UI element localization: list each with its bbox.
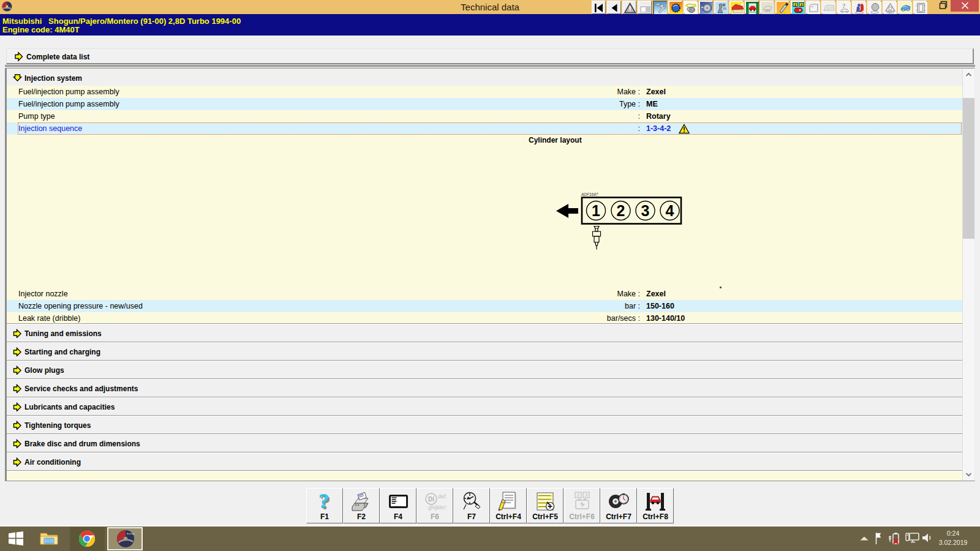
svg-text:ADF1687: ADF1687 xyxy=(581,192,598,197)
svg-text:3: 3 xyxy=(801,3,802,7)
svg-text:3: 3 xyxy=(641,202,650,219)
svg-text:2: 2 xyxy=(577,492,580,498)
svg-text:3: 3 xyxy=(585,492,588,498)
svg-text:4: 4 xyxy=(666,202,674,219)
svg-text:def: def xyxy=(438,493,446,500)
svg-text:1: 1 xyxy=(592,202,600,219)
svg-text:ghijklm’: ghijklm’ xyxy=(428,504,447,511)
svg-text:?: ? xyxy=(319,491,330,512)
svg-text:2: 2 xyxy=(794,3,796,7)
svg-text:ABS: ABS xyxy=(888,11,893,13)
svg-text:Autodata: Autodata xyxy=(127,532,135,535)
svg-text:CPS: CPS xyxy=(764,10,770,13)
svg-text:?: ? xyxy=(842,2,846,9)
svg-text:Di: Di xyxy=(428,496,434,503)
svg-text:2: 2 xyxy=(617,202,625,219)
